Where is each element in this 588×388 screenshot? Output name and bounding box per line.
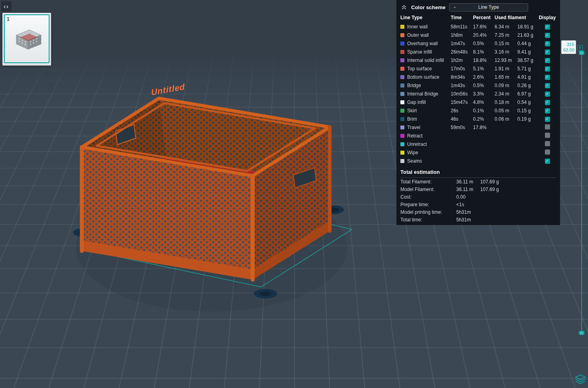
color-scheme-dropdown-value: Line Type (478, 4, 499, 10)
estimation-value-1: 5h31m (456, 217, 480, 223)
gcode-line-text: G1 X237.299 Y201.037 E-.08945 (405, 339, 489, 344)
line-type-color-swatch (400, 58, 404, 62)
line-type-time: 26m48s (451, 49, 473, 55)
display-checkbox-cell: ✓ (539, 66, 556, 72)
gcode-line[interactable]: 538047G1 F6000 (382, 276, 559, 283)
gcode-line[interactable]: 538042G1 Z63 (382, 237, 559, 245)
layer-slider-lower-handle[interactable] (579, 331, 584, 335)
line-type-row: Inner wall58m11s17.6%6.34 m18.91 g✓ (400, 22, 556, 31)
color-scheme-bar: Color scheme ⌄ Line Type (400, 2, 556, 13)
display-checkbox[interactable]: ✓ (545, 33, 550, 38)
gcode-line[interactable]: 538046;WIDTH:0.296139 (382, 268, 559, 276)
layers-view-icon[interactable] (575, 374, 586, 385)
line-type-time: 1m43s (451, 83, 473, 88)
display-checkbox-cell: ✓ (539, 107, 556, 113)
display-checkbox[interactable]: ✓ (545, 108, 550, 113)
layer-slider-upper-handle[interactable] (579, 51, 584, 55)
display-checkbox[interactable]: ✓ (545, 117, 550, 122)
display-checkbox[interactable]: ✓ (545, 50, 550, 55)
gcode-line[interactable]: 538055G1 X237.299 Y201.037 E-.08945 (382, 338, 559, 345)
line-type-label-cell: Skirt (400, 108, 451, 113)
line-type-color-swatch (400, 84, 404, 88)
line-type-filament-m: 7.25 m (495, 32, 517, 38)
gcode-line[interactable]: 538052;WIPE_START (382, 314, 559, 322)
line-type-filament-m: 0.06 m (495, 116, 517, 122)
move-slider-handle[interactable] (445, 376, 453, 383)
display-checkbox[interactable]: ✓ (545, 83, 550, 88)
gcode-line[interactable]: 538048G1 X237.061 Y200.747 E.00758 (382, 284, 559, 291)
gcode-line-number: 538047 (382, 277, 402, 283)
line-type-label: Retract (407, 133, 423, 139)
display-checkbox[interactable]: ✓ (545, 92, 550, 97)
estimation-label: Model printing time: (400, 209, 456, 215)
line-type-time: 17m0s (451, 66, 473, 72)
display-checkbox[interactable]: ✓ (545, 41, 550, 46)
gcode-line[interactable]: 538045;TYPE:Gap infill (382, 261, 559, 268)
layer-bottom-height: 0.20 (564, 341, 575, 346)
display-checkbox-cell: ✓ (539, 74, 556, 80)
gcode-line[interactable]: 538051G1 E-.42 F2400 (382, 307, 559, 314)
display-checkbox[interactable]: ✓ (545, 100, 550, 105)
display-checkbox[interactable] (545, 141, 550, 146)
header-time: Time (451, 15, 473, 20)
line-type-label: Inner wall (407, 24, 428, 30)
display-checkbox-cell: ✓ (539, 82, 556, 88)
plate-thumbnail[interactable]: 1 (4, 14, 49, 63)
line-type-label-cell: Brim (400, 116, 451, 122)
header-line-type: Line Type (400, 15, 451, 20)
line-type-filament-g: 9.41 g (517, 49, 539, 55)
gcode-line-number: 538044 (382, 254, 402, 259)
line-type-color-swatch (400, 117, 404, 121)
collapse-left-panel-button[interactable]: ‹› (1, 1, 12, 12)
line-type-percent: 0.5% (473, 41, 495, 46)
gcode-line[interactable]: 538050; stop printing object majroo_crat… (382, 299, 559, 307)
line-type-row: Travel59m0s17.8% (400, 123, 556, 131)
line-type-label: Wipe (407, 150, 418, 155)
gcode-line[interactable]: 538041G1 X237.299 Y201.037 Z63.3 (382, 229, 559, 237)
display-checkbox[interactable] (545, 133, 550, 138)
line-type-time: 26s (451, 108, 473, 113)
display-checkbox-cell (539, 124, 556, 131)
display-checkbox[interactable] (545, 149, 550, 155)
layer-slider-bottom-value: 1 0.20 (562, 334, 577, 348)
gcode-line[interactable]: 538044SET_VELOCITY_LIMIT ACCEL=2500 ACCE… (382, 253, 559, 260)
estimation-value-2: 107.69 g (480, 179, 499, 185)
gcode-line-number: 538048 (382, 285, 402, 290)
display-checkbox[interactable]: ✓ (545, 159, 550, 164)
line-type-color-swatch (400, 67, 404, 71)
line-type-row: Retract (400, 131, 556, 140)
display-checkbox[interactable]: ✓ (545, 58, 550, 63)
line-type-filament-g: 18.91 g (517, 24, 539, 30)
gcode-viewer-panel[interactable]: 538041G1 X237.299 Y201.037 Z63.3538042G1… (380, 228, 561, 357)
layer-slider-top-value[interactable]: 315 63.00 (561, 40, 576, 54)
add-pause-button[interactable]: + (577, 45, 583, 51)
layer-slider-track[interactable] (581, 52, 582, 333)
gcode-line-number: 538051 (382, 308, 402, 314)
gcode-line[interactable]: 538049G1 X236.772 Y200.501 E.00768 (382, 291, 559, 299)
color-scheme-dropdown[interactable]: ⌄ Line Type (449, 3, 528, 12)
display-checkbox[interactable]: ✓ (545, 66, 550, 72)
move-slider-track[interactable] (121, 378, 452, 380)
line-type-time: 59m0s (451, 125, 473, 130)
line-type-row: Unretract (400, 140, 556, 148)
total-estimation-rows: Total Filament:36.11 m107.69 gModel Fila… (400, 178, 556, 223)
line-type-row: Overhang wall1m47s0.5%0.15 m0.44 g✓ (400, 39, 556, 48)
gcode-line[interactable]: 538054G1 X237.061 Y200.747 E-.09055 (382, 330, 559, 338)
collapse-panel-icon[interactable] (400, 4, 408, 10)
line-type-percent: 8.1% (473, 49, 495, 55)
gcode-line[interactable]: 538056;WIPE_END (382, 346, 559, 353)
line-type-time: 8m34s (451, 74, 473, 80)
gcode-line[interactable]: 538053G1 F6000 (382, 322, 559, 330)
orientation-cube[interactable]: z y Top Front Right x (3, 340, 55, 388)
line-type-label-cell: Inner wall (400, 24, 451, 30)
line-type-label: Travel (407, 125, 420, 130)
line-type-filament-g: 0.15 g (517, 108, 539, 113)
line-type-filament-m: 3.16 m (495, 49, 517, 55)
line-type-color-swatch (400, 33, 404, 37)
display-checkbox[interactable] (545, 124, 550, 129)
display-checkbox[interactable]: ✓ (545, 24, 550, 30)
move-slider-value[interactable]: 409 (455, 376, 468, 384)
display-checkbox[interactable]: ✓ (545, 75, 550, 80)
gcode-line-number: 538045 (382, 261, 402, 267)
gcode-line[interactable]: 538043G1 E.6 F1800 (382, 245, 559, 253)
